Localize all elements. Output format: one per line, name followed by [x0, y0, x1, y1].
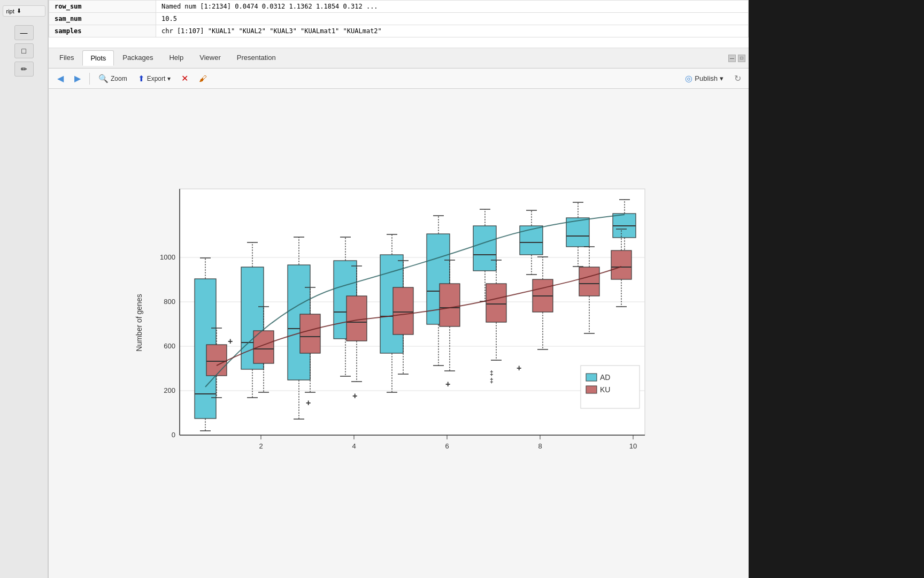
tab-bar: FilesPlotsPackagesHelpViewerPresentation… — [49, 48, 749, 69]
svg-text:0: 0 — [171, 431, 175, 439]
svg-text:8: 8 — [538, 442, 542, 450]
toolbar: ◀ ▶ 🔍 Zoom ⬆ Export ▾ ✕ 🖌 ◎ Publish ▾ — [49, 69, 749, 89]
sidebar-dropdown-arrow: ⬇ — [17, 7, 21, 14]
zoom-label: Zoom — [111, 75, 127, 82]
publish-dropdown-arrow: ▾ — [720, 74, 723, 82]
legend-ad-swatch — [586, 374, 597, 381]
window-minimize-icon: — — [730, 56, 734, 60]
chart-container: Number of genes 0 200 600 800 — [49, 89, 749, 578]
tab-files[interactable]: Files — [52, 50, 81, 66]
export-label: Export — [147, 75, 166, 82]
svg-rect-95 — [486, 284, 506, 322]
tab-presentation[interactable]: Presentation — [229, 50, 283, 66]
publish-icon: ◎ — [685, 73, 692, 83]
left-sidebar: ript ⬇ — □ ✏ — [0, 0, 48, 578]
table-row: row_sumNamed num [1:2134] 0.0474 0.0312 … — [49, 1, 749, 13]
refresh-icon: ↻ — [734, 73, 741, 83]
window-controls: — □ — [728, 55, 745, 62]
sidebar-dropdown-label: ript — [6, 8, 14, 14]
svg-rect-44 — [300, 314, 320, 353]
svg-text:2: 2 — [259, 442, 263, 450]
table-key: row_sum — [49, 1, 156, 13]
table-value: chr [1:107] "KUAL1" "KUAL2" "KUAL3" "KUA… — [156, 25, 749, 37]
svg-rect-122 — [579, 267, 599, 296]
brush-icon-btn[interactable]: ✏ — [14, 62, 34, 77]
sidebar-icons: — □ ✏ — [14, 25, 34, 77]
export-dropdown-arrow: ▾ — [167, 75, 171, 82]
tab-packages[interactable]: Packages — [115, 50, 160, 66]
box-ku-1 — [206, 345, 227, 376]
svg-text:800: 800 — [164, 298, 175, 306]
legend-ku-label: KU — [600, 385, 610, 394]
tab-viewer[interactable]: Viewer — [192, 50, 228, 66]
restore-icon-btn[interactable]: □ — [14, 43, 34, 58]
restore-icon: □ — [21, 47, 26, 55]
brush-tool-button[interactable]: 🖌 — [195, 72, 211, 85]
publish-button[interactable]: ◎ Publish ▾ — [680, 71, 729, 86]
svg-text:200: 200 — [164, 386, 175, 394]
svg-text:+: + — [517, 363, 521, 372]
sidebar-dropdown[interactable]: ript ⬇ — [3, 5, 45, 17]
legend-ku-swatch — [586, 386, 597, 393]
window-minimize-btn[interactable]: — — [728, 55, 736, 62]
table-key: sam_num — [49, 13, 156, 25]
svg-rect-70 — [393, 287, 413, 334]
window-maximize-btn[interactable]: □ — [738, 55, 745, 62]
back-icon: ◀ — [57, 73, 64, 83]
data-table: row_sumNamed num [1:2134] 0.0474 0.0312 … — [49, 0, 749, 37]
data-table-area: row_sumNamed num [1:2134] 0.0474 0.0312 … — [49, 0, 749, 48]
brush-tool-icon: 🖌 — [199, 74, 207, 83]
table-row: sampleschr [1:107] "KUAL1" "KUAL2" "KUAL… — [49, 25, 749, 37]
main-panel: row_sumNamed num [1:2134] 0.0474 0.0312 … — [48, 0, 749, 578]
table-row: sam_num10.5 — [49, 13, 749, 25]
back-button[interactable]: ◀ — [53, 71, 68, 86]
toolbar-sep-1 — [89, 73, 90, 85]
brush-icon: ✏ — [21, 65, 27, 73]
svg-text:4: 4 — [352, 442, 356, 450]
svg-rect-104 — [520, 226, 543, 255]
svg-text:‡: ‡ — [490, 377, 494, 384]
svg-text:+: + — [228, 337, 233, 346]
svg-text:+: + — [352, 391, 357, 400]
tab-plots[interactable]: Plots — [82, 50, 114, 66]
svg-rect-134 — [611, 250, 632, 279]
zoom-button[interactable]: 🔍 Zoom — [94, 72, 132, 86]
zoom-icon: 🔍 — [98, 74, 109, 83]
svg-text:+: + — [445, 379, 450, 389]
tabs-container: FilesPlotsPackagesHelpViewerPresentation — [52, 50, 283, 66]
publish-label: Publish — [695, 74, 718, 82]
table-key: samples — [49, 25, 156, 37]
svg-rect-57 — [346, 296, 367, 341]
chart-area: Number of genes 0 200 600 800 — [137, 184, 661, 462]
export-button[interactable]: ⬆ Export ▾ — [134, 72, 175, 86]
svg-rect-82 — [440, 284, 460, 326]
table-value: Named num [1:2134] 0.0474 0.0312 1.1362 … — [156, 1, 749, 13]
window-maximize-icon: □ — [741, 56, 743, 60]
refresh-button[interactable]: ↻ — [731, 71, 744, 86]
y-axis-label: Number of genes — [134, 294, 143, 351]
svg-text:1000: 1000 — [160, 253, 175, 261]
close-icon: ✕ — [181, 73, 188, 83]
table-value: 10.5 — [156, 13, 749, 25]
close-plot-button[interactable]: ✕ — [177, 71, 192, 86]
forward-icon: ▶ — [74, 73, 81, 83]
svg-text:‡: ‡ — [490, 369, 494, 377]
svg-text:+: + — [306, 398, 311, 407]
minimize-icon: — — [20, 28, 28, 37]
minimize-icon-btn[interactable]: — — [14, 25, 34, 40]
legend-ad-label: AD — [600, 373, 610, 382]
chart-svg: 0 200 600 800 1000 2 4 6 8 10 — [137, 184, 661, 462]
forward-button[interactable]: ▶ — [70, 71, 85, 86]
svg-text:10: 10 — [629, 442, 636, 450]
svg-text:6: 6 — [445, 442, 449, 450]
tab-help[interactable]: Help — [161, 50, 191, 66]
svg-text:600: 600 — [164, 342, 175, 350]
export-icon: ⬆ — [138, 74, 145, 83]
svg-rect-89 — [473, 226, 496, 271]
